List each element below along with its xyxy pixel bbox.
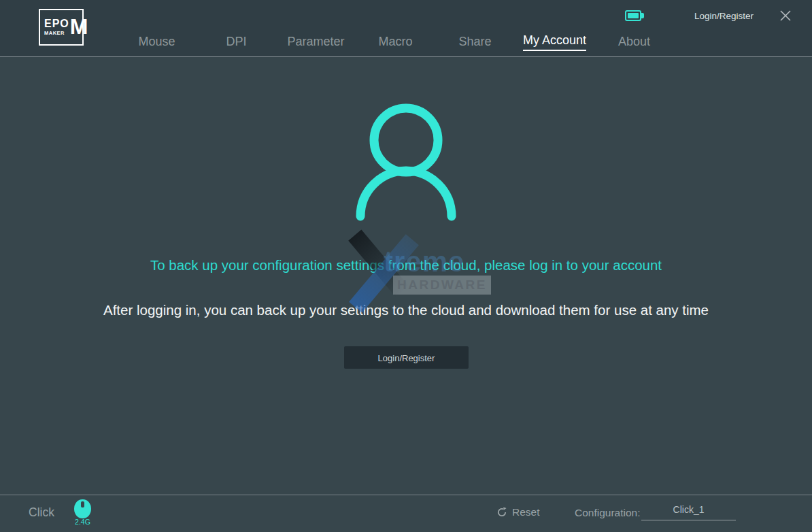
cloud-backup-subtitle: After logging in, you can back up your s… bbox=[0, 302, 812, 318]
mouse-icon[interactable] bbox=[74, 499, 91, 518]
tab-macro[interactable]: Macro bbox=[356, 0, 435, 56]
tab-mouse[interactable]: Mouse bbox=[117, 0, 197, 56]
refresh-icon bbox=[496, 507, 507, 518]
tab-mouse-label: Mouse bbox=[138, 35, 175, 51]
main-nav: Mouse DPI Parameter Macro Share My Accou… bbox=[117, 0, 674, 56]
tab-my-account[interactable]: My Account bbox=[515, 0, 594, 56]
logo-text-block: EPO MAKER bbox=[44, 18, 69, 37]
tab-macro-label: Macro bbox=[378, 35, 412, 51]
configuration-value-field[interactable]: Click_1 bbox=[641, 504, 736, 520]
tab-about[interactable]: About bbox=[594, 0, 674, 56]
login-register-button[interactable]: Login/Register bbox=[344, 346, 469, 369]
tab-share[interactable]: Share bbox=[435, 0, 515, 56]
battery-fill bbox=[628, 13, 639, 18]
mouse-wheel-slot bbox=[81, 501, 84, 508]
profile-name-label: Click bbox=[29, 505, 54, 520]
tab-parameter[interactable]: Parameter bbox=[276, 0, 356, 56]
user-icon bbox=[352, 100, 460, 222]
titlebar: EPO MAKER M Mouse DPI Parameter Macro Sh… bbox=[0, 0, 812, 57]
epomaker-app-window: EPO MAKER M Mouse DPI Parameter Macro Sh… bbox=[0, 0, 812, 532]
bottombar-divider bbox=[0, 495, 812, 495]
battery-body bbox=[625, 10, 641, 21]
close-icon[interactable] bbox=[778, 8, 793, 23]
battery-icon bbox=[625, 10, 644, 21]
tab-about-label: About bbox=[618, 35, 650, 51]
logo-line2: MAKER bbox=[44, 30, 69, 37]
xtreme-x-blue-stroke bbox=[349, 234, 419, 313]
tab-parameter-label: Parameter bbox=[287, 35, 344, 51]
watermark-hardware-label: HARDWARE bbox=[393, 276, 491, 295]
cloud-backup-headline: To back up your configuration settings f… bbox=[0, 257, 812, 273]
reset-label: Reset bbox=[512, 506, 540, 518]
logo-line1: EPO bbox=[44, 18, 69, 30]
tab-share-label: Share bbox=[458, 35, 491, 51]
tab-dpi-label: DPI bbox=[226, 35, 246, 51]
battery-nub bbox=[641, 13, 644, 18]
configuration-label: Configuration: bbox=[575, 507, 641, 519]
titlebar-login-register[interactable]: Login/Register bbox=[694, 11, 754, 21]
tab-my-account-label: My Account bbox=[523, 33, 586, 51]
logo-m-glyph: M bbox=[70, 18, 88, 36]
tab-dpi[interactable]: DPI bbox=[197, 0, 276, 56]
connection-mode-label: 2.4G bbox=[71, 518, 94, 526]
reset-button[interactable]: Reset bbox=[496, 506, 540, 518]
epomaker-logo: EPO MAKER M bbox=[39, 9, 84, 46]
